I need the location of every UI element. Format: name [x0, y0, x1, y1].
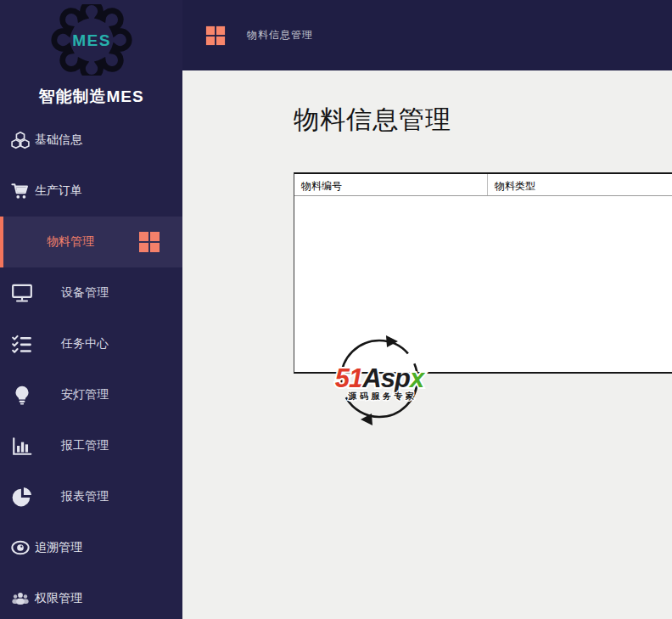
main-content: 物料信息管理 物料编号 物料类型 51Aspx 源码服务专家	[182, 70, 672, 619]
eye-icon	[10, 538, 31, 557]
sidebar-item-label: 物料管理	[47, 234, 94, 250]
sidebar-item-task-center[interactable]: 任务中心	[0, 318, 182, 369]
app-logo: MES	[0, 0, 182, 79]
grid-icon[interactable]	[205, 25, 226, 46]
sidebar-item-report-management[interactable]: 报表管理	[0, 471, 182, 522]
breadcrumb: 物料信息管理	[247, 28, 313, 42]
sidebar-item-label: 任务中心	[61, 336, 109, 352]
app-title: 智能制造MES	[0, 86, 182, 108]
topbar: 物料信息管理	[182, 0, 672, 70]
sidebar-item-label: 安灯管理	[61, 387, 109, 402]
sidebar-item-label: 报工管理	[61, 438, 109, 453]
cart-icon	[10, 182, 31, 200]
sidebar-item-production-orders[interactable]: 生产订单	[0, 166, 182, 217]
sidebar-item-label: 报表管理	[61, 489, 109, 504]
sidebar-item-work-report-management[interactable]: 报工管理	[0, 420, 182, 471]
brand-x: x	[408, 363, 426, 393]
sidebar-item-permission-management[interactable]: 权限管理	[0, 573, 182, 619]
bar-chart-icon	[11, 435, 33, 457]
page-title: 物料信息管理	[294, 103, 451, 138]
sidebar-item-label: 追溯管理	[35, 540, 82, 555]
51aspx-logo-icon: 51Aspx 源码服务专家	[327, 335, 433, 425]
table-header-row: 物料编号 物料类型	[294, 174, 672, 196]
sidebar-item-basic-info[interactable]: 基础信息	[0, 115, 182, 166]
cubes-icon	[10, 131, 31, 149]
pie-chart-icon	[11, 486, 33, 508]
brand-tagline: 源码服务专家	[348, 391, 417, 401]
lightbulb-icon	[11, 384, 33, 406]
users-icon	[10, 589, 31, 608]
brand-51: 51	[335, 363, 362, 393]
task-list-icon	[11, 333, 33, 355]
logo-text: MES	[72, 31, 111, 49]
app-window: MES 智能制造MES 基础信息	[0, 0, 672, 619]
svg-text:51Aspx: 51Aspx	[335, 363, 426, 393]
gear-logo-icon: MES	[51, 4, 132, 76]
sidebar-menu: 基础信息 生产订单 物料管理	[0, 115, 182, 619]
arrow-top-icon	[386, 335, 398, 347]
51aspx-watermark: 51Aspx 源码服务专家	[327, 335, 433, 425]
sidebar-item-label: 设备管理	[61, 285, 109, 301]
brand-asp: Asp	[361, 363, 410, 393]
column-header-material-number[interactable]: 物料编号	[294, 174, 488, 195]
sidebar: MES 智能制造MES 基础信息	[0, 0, 182, 619]
grid-icon	[138, 231, 160, 253]
sidebar-item-label: 权限管理	[35, 591, 82, 606]
sidebar-item-material-management[interactable]: 物料管理	[0, 217, 182, 267]
sidebar-item-label: 生产订单	[35, 183, 82, 199]
column-header-material-type[interactable]: 物料类型	[488, 174, 672, 195]
sidebar-item-equipment-management[interactable]: 设备管理	[0, 267, 182, 318]
sidebar-item-label: 基础信息	[35, 132, 82, 148]
monitor-icon	[11, 282, 33, 304]
sidebar-item-traceability-management[interactable]: 追溯管理	[0, 522, 182, 573]
sidebar-item-andon-management[interactable]: 安灯管理	[0, 369, 182, 420]
